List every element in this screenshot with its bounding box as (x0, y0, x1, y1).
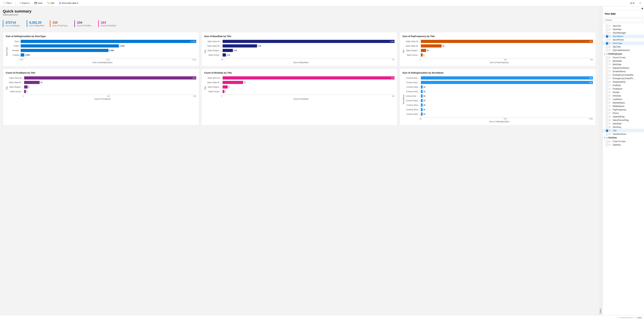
sidebar-item-hiredate[interactable]: T HireDate (602, 94, 644, 98)
text-icon: T (609, 49, 612, 51)
checkbox-phone[interactable] (606, 112, 608, 114)
item-label-middlename: MiddleName (613, 105, 624, 108)
share-button[interactable]: ↗ (638, 2, 642, 5)
sidebar-item-storename[interactable]: T StoreName (602, 35, 644, 38)
item-label-storetype: StoreType (613, 42, 622, 45)
checkbox-gender[interactable] (606, 91, 608, 94)
sidebar-item-emailaddress[interactable]: T EmailAddress (602, 70, 644, 73)
checkbox-startdate[interactable] (606, 123, 608, 125)
checkbox-storetax[interactable] (606, 25, 608, 27)
sidebar-section-dimdate[interactable]: ▼ ⊞ DimDate (602, 136, 644, 140)
checkbox-zipcodeextension[interactable] (606, 49, 608, 52)
checkbox-storename[interactable] (606, 35, 608, 38)
bar-value: 17 (244, 82, 246, 84)
checkbox-count-rows-date[interactable] (606, 140, 608, 143)
bar-value: 1K (423, 113, 426, 115)
checkbox-emergencycontactph[interactable] (606, 77, 608, 80)
sidebar-item-title[interactable]: T Title (602, 129, 644, 132)
checkbox-title[interactable] (606, 130, 608, 132)
text-icon: T (609, 71, 612, 73)
checkbox-middlename[interactable] (606, 105, 608, 108)
sidebar-item-phone[interactable]: T Phone (602, 112, 644, 115)
bar-row: Sales State Ma... 19 (9, 81, 196, 84)
bar-label: Contoso Anch... (406, 90, 420, 93)
checkbox-birthdate[interactable] (606, 64, 608, 66)
item-label-storename: StoreName (613, 35, 623, 38)
sigma-icon: Σ (609, 109, 612, 111)
show-data-table-button[interactable]: ⊞ Show data table ▾ (58, 2, 79, 5)
edit-button[interactable]: ✏️ Edit (46, 2, 55, 5)
kpi-item-4: 164 Count of HireDate (98, 20, 116, 27)
sidebar-item-payfrequency[interactable]: Σ PayFrequency (602, 108, 644, 112)
sidebar-section-dimemployee[interactable]: ▼ ⊞ DimEmployee (602, 52, 644, 56)
checkbox-zipcode[interactable] (606, 46, 608, 48)
sidebar-item-count-rows-date[interactable]: # Count of rows (602, 140, 644, 143)
chart3-x-title: Sum of PayFrequency (406, 61, 593, 64)
checkbox-enddate[interactable] (606, 84, 608, 87)
text-icon: T (609, 32, 612, 34)
sidebar-item-birthdate[interactable]: T BirthDate (602, 63, 644, 66)
sidebar-item-gender[interactable]: T Gender (602, 91, 644, 94)
sidebar-item-middlename[interactable]: T MiddleName (602, 105, 644, 108)
checkbox-emergencycontactna[interactable] (606, 74, 608, 76)
checkbox-maritalstatus[interactable] (606, 102, 608, 104)
checkbox-employeekey[interactable] (606, 81, 608, 83)
sidebar-item-lastname[interactable]: T LastName (602, 98, 644, 101)
sidebar-item-maritalstatus[interactable]: T MaritalStatus (602, 101, 644, 105)
checkbox-count-rows-employee[interactable] (606, 57, 608, 59)
sidebar-item-zipcodeextension[interactable]: T ZipCodeExtension (602, 49, 644, 52)
checkbox-salariedflag[interactable] (606, 116, 608, 118)
chart5-bars: Sales Store M... 143 Sales State Ma... (207, 76, 395, 93)
sidebar-item-count-rows-employee[interactable]: # Count of rows (602, 56, 644, 59)
checkbox-hiredate[interactable] (606, 95, 608, 97)
filters-tab[interactable]: Filters (599, 6, 602, 315)
export-button[interactable]: ↗ Export ▾ (18, 2, 30, 5)
zoom-slider[interactable] (619, 317, 633, 318)
sidebar-item-departmentname[interactable]: T DepartmentName (602, 66, 644, 70)
kpi-bar: 372714 Sum of SellingAr... 8,352.25 Sum … (3, 19, 596, 29)
checkbox-payfrequency[interactable] (606, 109, 608, 111)
sidebar-item-storephone[interactable]: T StorePhone (602, 38, 644, 42)
sidebar-item-storetax[interactable]: T StoreTax (602, 24, 644, 28)
checkbox-storemanager[interactable] (606, 32, 608, 34)
sidebar-item-datekey[interactable]: T DateKey (602, 143, 644, 147)
sidebar-item-enddate[interactable]: T EndDate (602, 84, 644, 87)
sidebar-item-startdate[interactable]: T StartDate (602, 122, 644, 125)
sidebar-item-employeekey[interactable]: Σ EmployeeKey (602, 80, 644, 84)
checkbox-emailaddress[interactable] (606, 71, 608, 73)
checkbox-storekey-emp[interactable] (606, 126, 608, 128)
sidebar-item-zipcode[interactable]: Σ ZipCode (602, 45, 644, 49)
bar-value: 94K (589, 82, 592, 84)
sidebar-item-vacationhours[interactable]: Σ VacationHours (602, 132, 644, 136)
window-controls[interactable]: ⊡ ▾ (629, 1, 635, 5)
sidebar-item-storemanager[interactable]: T StoreManager (602, 31, 644, 35)
sidebar-item-salespersonflag[interactable]: Σ SalesPersonFlag (602, 118, 644, 122)
file-button[interactable]: 📄 File ▾ (2, 2, 12, 5)
bar-row: Contoso Burli... 1K (406, 112, 593, 116)
sidebar-item-salariedflag[interactable]: Σ SalariedFlag (602, 115, 644, 118)
checkbox-departmentname[interactable] (606, 67, 608, 69)
sidebar-item-emergencycontactna[interactable]: T EmergencyContactNa... (602, 73, 644, 77)
checkbox-storetype[interactable] (606, 42, 608, 45)
item-label-emailaddress: EmailAddress (613, 70, 626, 73)
search-input[interactable] (604, 18, 642, 22)
checkbox-storephone[interactable] (606, 39, 608, 41)
checkbox-lastname[interactable] (606, 98, 608, 101)
checkbox-storekey[interactable] (606, 28, 608, 31)
sidebar-collapse-button[interactable]: ◀ (641, 7, 643, 10)
checkbox-salespersonflag[interactable] (606, 119, 608, 121)
kpi-label-1: Sum of BaseRate (29, 25, 44, 27)
checkbox-baserate[interactable] (606, 60, 608, 62)
sidebar-item-storekey-emp[interactable]: Σ StoreKey (602, 125, 644, 129)
sidebar-item-emergencycontactph[interactable]: T EmergencyContactPh... (602, 77, 644, 80)
sidebar-item-storetype[interactable]: T StoreType (602, 42, 644, 45)
sidebar-item-storekey[interactable]: Σ StoreKey (602, 28, 644, 31)
item-label-zipcodeextension: ZipCodeExtension (613, 49, 630, 52)
sidebar-item-baserate[interactable]: Σ BaseRate (602, 59, 644, 63)
checkbox-firstname[interactable] (606, 88, 608, 90)
checkbox-datekey[interactable] (606, 144, 608, 146)
bar-row: Sales Region ... 10 (406, 49, 593, 52)
save-button[interactable]: 💾 Save (33, 2, 44, 5)
sidebar-item-firstname[interactable]: T FirstName (602, 87, 644, 91)
checkbox-vacationhours[interactable] (606, 133, 608, 135)
